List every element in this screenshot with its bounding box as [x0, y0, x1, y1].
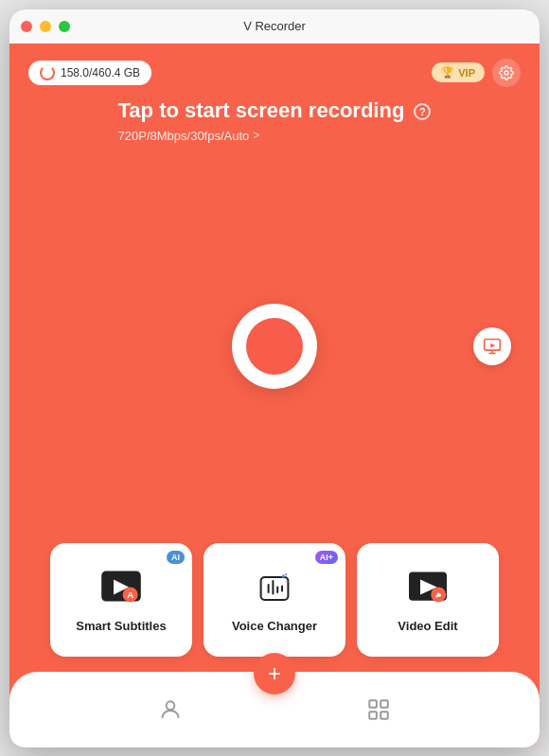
titlebar: V Recorder	[9, 9, 540, 44]
header-section: Tap to start screen recording ? 720P/8Mb…	[118, 98, 432, 143]
person-icon	[158, 697, 183, 722]
top-bar: 158.0/460.4 GB 🏆 VIP	[28, 59, 521, 87]
voice-changer-label: Voice Changer	[232, 619, 317, 633]
side-button[interactable]	[473, 327, 511, 365]
grid-icon	[366, 697, 391, 722]
voice-changer-icon: ✦ ✦ ✦	[252, 566, 297, 611]
main-title: Tap to start screen recording ?	[118, 98, 432, 123]
profile-nav-item[interactable]	[158, 697, 183, 722]
video-edit-card[interactable]: Video Edit	[357, 543, 499, 657]
video-edit-icon	[405, 566, 451, 611]
vip-label: VIP	[458, 67, 475, 79]
ai-badge-voice: AI+	[315, 551, 338, 564]
bottom-bar: +	[9, 672, 540, 747]
video-edit-label: Video Edit	[398, 619, 457, 633]
app-window: V Recorder 158.0/460.4 GB 🏆 VIP	[9, 9, 540, 747]
svg-point-20	[167, 701, 175, 710]
svg-rect-23	[369, 712, 377, 719]
svg-rect-21	[369, 700, 377, 708]
voice-changer-card[interactable]: AI+ ✦ ✦ ✦ Voice Changer	[204, 543, 345, 657]
svg-text:A: A	[127, 589, 133, 600]
storage-icon	[40, 65, 55, 80]
record-button-inner	[246, 318, 303, 375]
storage-text: 158.0/460.4 GB	[61, 66, 140, 79]
svg-rect-24	[381, 712, 388, 719]
svg-text:✦: ✦	[284, 572, 288, 577]
record-area	[28, 150, 521, 543]
quality-info[interactable]: 720P/8Mbps/30fps/Auto >	[118, 129, 432, 143]
quality-text: 720P/8Mbps/30fps/Auto	[118, 129, 250, 143]
top-right-controls: 🏆 VIP	[432, 59, 521, 87]
vip-icon: 🏆	[441, 66, 454, 79]
svg-point-0	[505, 71, 508, 75]
close-button[interactable]	[21, 21, 32, 32]
vip-badge[interactable]: 🏆 VIP	[432, 62, 485, 82]
features-section: AI A Smart Subtitles AI+	[28, 543, 521, 657]
minimize-button[interactable]	[40, 21, 51, 32]
smart-subtitles-label: Smart Subtitles	[76, 619, 166, 633]
screen-record-icon	[483, 337, 502, 356]
main-content: 158.0/460.4 GB 🏆 VIP Tap to start screen…	[9, 44, 540, 672]
settings-button[interactable]	[492, 59, 521, 87]
svg-text:✦: ✦	[285, 578, 290, 585]
window-title: V Recorder	[243, 19, 306, 33]
record-button[interactable]	[232, 304, 317, 389]
storage-badge: 158.0/460.4 GB	[28, 61, 151, 85]
gear-icon	[499, 65, 514, 80]
quality-chevron: >	[253, 129, 259, 142]
svg-marker-2	[490, 343, 495, 348]
maximize-button[interactable]	[59, 21, 70, 32]
grid-nav-item[interactable]	[366, 697, 391, 722]
svg-rect-22	[381, 700, 388, 708]
smart-subtitles-icon: A	[98, 566, 144, 611]
smart-subtitles-card[interactable]: AI A Smart Subtitles	[50, 543, 192, 657]
ai-badge-subtitles: AI	[167, 551, 185, 564]
add-button[interactable]: +	[254, 653, 295, 694]
help-icon[interactable]: ?	[414, 103, 431, 120]
feature-cards: AI A Smart Subtitles AI+	[38, 543, 511, 657]
